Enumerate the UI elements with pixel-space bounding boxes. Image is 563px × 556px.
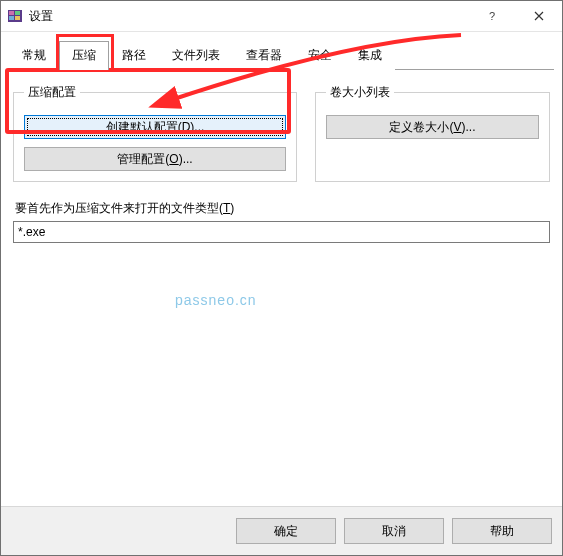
manage-profiles-button[interactable]: 管理配置(O)...	[24, 147, 286, 171]
titlebar: 设置 ?	[1, 1, 562, 32]
window-title: 设置	[29, 8, 470, 25]
svg-rect-1	[9, 11, 14, 15]
tab-general[interactable]: 常规	[9, 41, 59, 70]
svg-rect-4	[15, 16, 20, 20]
group-volume-sizes: 卷大小列表 定义卷大小(V)...	[315, 84, 550, 182]
tab-integration[interactable]: 集成	[345, 41, 395, 70]
tab-viewer[interactable]: 查看器	[233, 41, 295, 70]
group-volume-legend: 卷大小列表	[326, 84, 394, 101]
svg-rect-2	[15, 11, 20, 15]
help-button[interactable]: ?	[470, 1, 516, 31]
app-icon	[7, 8, 23, 24]
tab-security[interactable]: 安全	[295, 41, 345, 70]
tab-filelist[interactable]: 文件列表	[159, 41, 233, 70]
svg-rect-3	[9, 16, 14, 20]
group-compress-legend: 压缩配置	[24, 84, 80, 101]
tab-content: 压缩配置 创建默认配置(D)... 管理配置(O)... 卷大小列表 定义卷大小…	[1, 70, 562, 508]
ok-button[interactable]: 确定	[236, 518, 336, 544]
watermark-text: passneo.cn	[175, 292, 257, 308]
tab-paths[interactable]: 路径	[109, 41, 159, 70]
define-volume-sizes-button[interactable]: 定义卷大小(V)...	[326, 115, 539, 139]
group-compress-profiles: 压缩配置 创建默认配置(D)... 管理配置(O)...	[13, 84, 297, 182]
tab-compression[interactable]: 压缩	[59, 41, 109, 70]
settings-dialog: 设置 ? 常规 压缩 路径 文件列表 查看器 安全 集成 压缩配置 创建默认配置…	[0, 0, 563, 556]
svg-text:?: ?	[489, 11, 495, 21]
tab-strip: 常规 压缩 路径 文件列表 查看器 安全 集成	[1, 32, 562, 69]
cancel-button[interactable]: 取消	[344, 518, 444, 544]
open-types-input[interactable]	[13, 221, 550, 243]
open-types-label: 要首先作为压缩文件来打开的文件类型(T)	[15, 200, 550, 217]
create-default-profile-button[interactable]: 创建默认配置(D)...	[24, 115, 286, 139]
close-button[interactable]	[516, 1, 562, 31]
help-footer-button[interactable]: 帮助	[452, 518, 552, 544]
dialog-footer: 确定 取消 帮助	[1, 506, 562, 555]
